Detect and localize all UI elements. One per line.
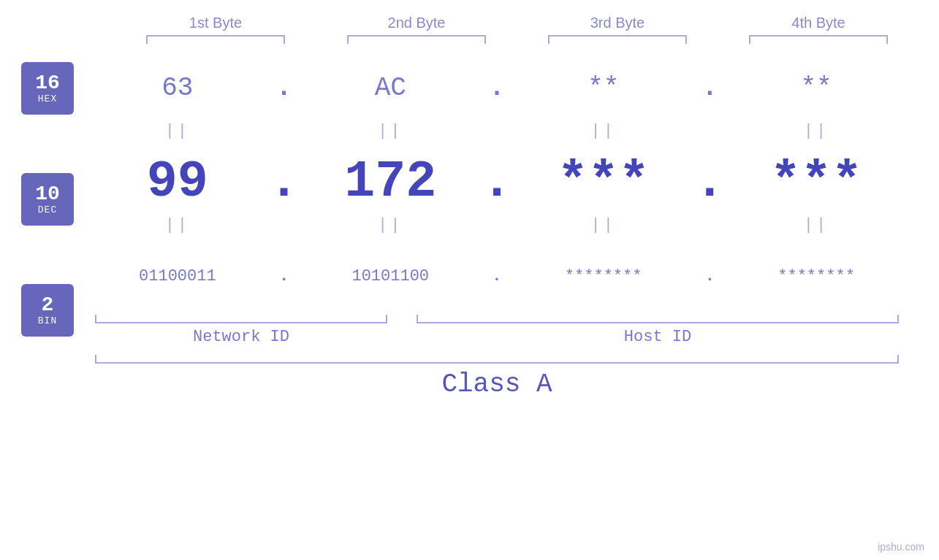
network-id-label: Network ID <box>95 328 387 346</box>
byte4-label: 4th Byte <box>745 15 892 31</box>
hex-badge-label: HEX <box>38 93 57 104</box>
dec-d2: . <box>482 153 512 211</box>
hex-b4: ** <box>800 73 832 103</box>
bracket-top-1 <box>146 35 285 44</box>
id-labels-row: Network ID Host ID <box>95 328 899 346</box>
dec-d2-cell: . <box>482 153 512 211</box>
eq2-b4: || <box>743 216 889 234</box>
bin-b4: ******** <box>778 267 855 285</box>
bracket-gap <box>387 315 417 323</box>
bin-d2-cell: . <box>482 267 512 285</box>
bin-d1-cell: . <box>270 267 299 285</box>
hex-d1: . <box>276 73 292 103</box>
dec-badge: 10 DEC <box>21 173 74 226</box>
eq1-b3: || <box>531 122 677 140</box>
bin-d1: . <box>279 267 289 285</box>
bin-b4-cell: ******** <box>743 267 889 285</box>
hex-d1-cell: . <box>270 73 299 103</box>
dec-badge-label: DEC <box>38 204 57 215</box>
hex-data-row: 63 . AC . ** . ** <box>95 55 899 120</box>
hex-b4-cell: ** <box>743 73 889 103</box>
bin-b1-cell: 01100011 <box>104 267 251 285</box>
rows-section: 63 . AC . ** . ** <box>95 55 939 399</box>
badges-column: 16 HEX 10 DEC 2 BIN <box>0 62 95 337</box>
hex-d3-cell: . <box>695 73 724 103</box>
bin-d2: . <box>492 267 501 285</box>
dec-b1: 99 <box>147 153 208 211</box>
main-area: 16 HEX 10 DEC 2 BIN 63 . <box>0 55 939 399</box>
hex-b1-cell: 63 <box>104 73 251 103</box>
dec-d3-cell: . <box>695 153 724 211</box>
byte1-label: 1st Byte <box>142 15 289 31</box>
bin-b2: 10101100 <box>351 267 429 285</box>
eq1-b2: || <box>317 122 463 140</box>
bin-data-row: 01100011 . 10101100 . ******** . <box>95 243 899 309</box>
bin-badge: 2 BIN <box>21 284 74 337</box>
eq1-b4: || <box>743 122 889 140</box>
watermark: ipshu.com <box>878 541 924 553</box>
dec-b2: 172 <box>344 153 436 211</box>
bin-b1: 01100011 <box>139 267 216 285</box>
hex-d3: . <box>702 73 718 103</box>
bin-d3: . <box>705 267 715 285</box>
hex-d2: . <box>489 73 505 103</box>
host-id-label: Host ID <box>417 328 899 346</box>
eq2-b2: || <box>317 216 463 234</box>
bin-badge-num: 2 <box>42 295 54 315</box>
bin-b3: ******** <box>565 267 642 285</box>
top-brackets <box>115 35 919 44</box>
hex-b2-cell: AC <box>317 73 463 103</box>
hex-b3: ** <box>588 73 619 103</box>
bin-b2-cell: 10101100 <box>317 267 463 285</box>
eq2-b3: || <box>531 216 677 234</box>
bracket-top-4 <box>749 35 888 44</box>
dec-b3-cell: *** <box>531 153 677 211</box>
hex-d2-cell: . <box>482 73 512 103</box>
dec-d1: . <box>269 153 300 211</box>
hex-b1: 63 <box>161 73 193 103</box>
header-row: 1st Byte 2nd Byte 3rd Byte 4th Byte <box>115 15 919 31</box>
byte2-label: 2nd Byte <box>343 15 490 31</box>
bracket-top-2 <box>347 35 486 44</box>
full-bracket <box>95 355 899 364</box>
bin-badge-label: BIN <box>38 315 57 326</box>
dec-d1-cell: . <box>270 153 299 211</box>
dec-data-row: 99 . 172 . *** . *** <box>95 149 899 215</box>
dec-b1-cell: 99 <box>104 153 251 211</box>
hex-b3-cell: ** <box>531 73 677 103</box>
class-label: Class A <box>95 369 899 399</box>
bin-b3-cell: ******** <box>531 267 677 285</box>
dec-b2-cell: 172 <box>317 153 463 211</box>
hex-badge-num: 16 <box>35 73 60 93</box>
main-container: 1st Byte 2nd Byte 3rd Byte 4th Byte 16 H… <box>0 0 939 560</box>
eq2-b1: || <box>104 216 251 234</box>
byte3-label: 3rd Byte <box>544 15 691 31</box>
bottom-section: Network ID Host ID Class A <box>95 315 899 399</box>
dec-b3: *** <box>558 153 650 211</box>
hex-badge: 16 HEX <box>21 62 74 115</box>
dec-b4: *** <box>770 153 862 211</box>
eq1-b1: || <box>104 122 251 140</box>
dec-b4-cell: *** <box>743 153 889 211</box>
dec-badge-num: 10 <box>35 184 60 204</box>
bracket-network <box>95 315 387 323</box>
bin-d3-cell: . <box>695 267 724 285</box>
dec-d3: . <box>694 153 725 211</box>
bracket-host <box>417 315 899 323</box>
equals-row-1: || || || || <box>95 122 899 140</box>
equals-row-2: || || || || <box>95 216 899 234</box>
bottom-brackets-row <box>95 315 899 323</box>
bracket-top-3 <box>548 35 687 44</box>
hex-b2: AC <box>375 73 406 103</box>
